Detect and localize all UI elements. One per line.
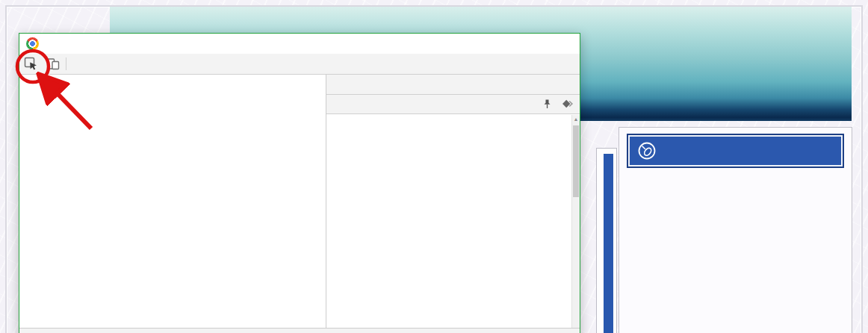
devtools-titlebar[interactable]	[19, 34, 580, 54]
sidebar-header	[627, 134, 844, 168]
screen: ▲	[0, 0, 868, 333]
styles-toolbar-icons	[521, 99, 574, 110]
elements-panel	[19, 75, 326, 328]
scrollbar-thumb[interactable]	[573, 125, 579, 197]
styles-panel: ▲	[326, 75, 580, 328]
styles-tabs	[326, 75, 580, 95]
scrollbar-up-icon[interactable]: ▲	[572, 116, 580, 122]
styles-filter-row	[326, 95, 580, 114]
device-toolbar-icon[interactable]	[42, 54, 64, 74]
devtools-statusbar	[19, 328, 580, 333]
devtools-content: ▲	[19, 75, 580, 328]
content-box-edge	[596, 148, 617, 333]
styles-sections	[326, 115, 571, 328]
sidebar-menu	[619, 127, 852, 333]
toolbar-divider	[66, 57, 66, 70]
devtools-toolbar	[19, 54, 580, 75]
toggle-element-state-icon[interactable]	[562, 99, 574, 110]
chrome-icon	[26, 37, 39, 50]
pin-icon[interactable]	[542, 99, 553, 110]
dom-tree	[19, 75, 326, 78]
mouse-circle-icon	[637, 141, 657, 161]
overflow-menu-icon[interactable]	[560, 54, 580, 74]
content-accent-bar	[604, 154, 613, 333]
styles-scrollbar[interactable]: ▲	[571, 115, 580, 328]
inspect-element-icon[interactable]	[19, 54, 42, 74]
devtools-window: ▲	[19, 33, 580, 333]
